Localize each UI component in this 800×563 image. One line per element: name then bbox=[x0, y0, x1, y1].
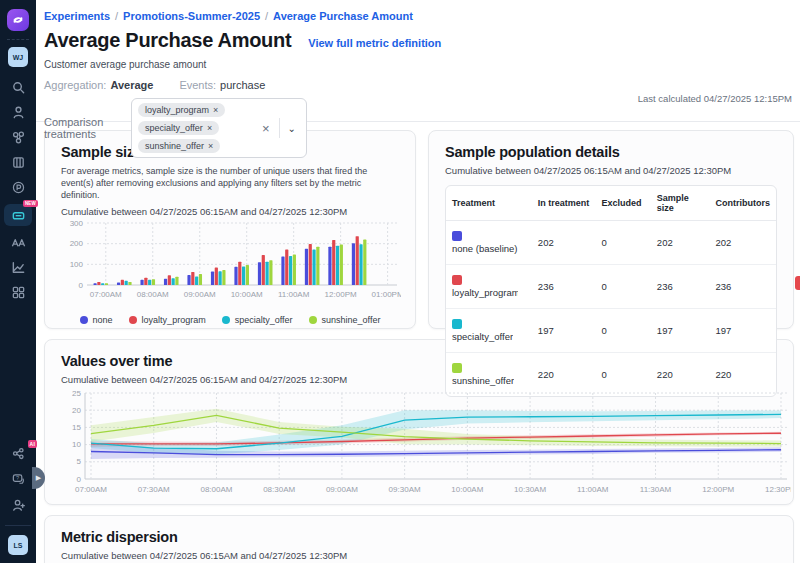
breadcrumb: Experiments / Promotions-Summer-2025 / A… bbox=[44, 10, 792, 22]
aggregation-label: Aggregation: bbox=[44, 79, 106, 91]
table-header-row: Treatment In treatment Excluded Sample s… bbox=[446, 186, 776, 221]
sample-size-bar-chart[interactable]: 010020030007:00AM08:00AM09:00AM10:00AM11… bbox=[61, 217, 401, 309]
new-badge: NEW bbox=[23, 200, 38, 207]
col-excluded: Excluded bbox=[596, 186, 651, 221]
experiments-icon[interactable]: NEW bbox=[4, 204, 32, 226]
svg-text:08:30AM: 08:30AM bbox=[263, 485, 295, 494]
breadcrumb-experiment-name[interactable]: Promotions-Summer-2025 bbox=[123, 10, 260, 22]
app-window: WJ bbox=[0, 0, 800, 563]
treatment-color-swatch bbox=[452, 363, 462, 373]
svg-text:09:30AM: 09:30AM bbox=[389, 485, 421, 494]
breadcrumb-metric-name[interactable]: Average Purchase Amount bbox=[273, 10, 413, 22]
treatment-chip[interactable]: specialty_offer× bbox=[138, 121, 219, 135]
clear-all-icon[interactable]: × bbox=[257, 121, 275, 136]
card-cumulative: Cumulative between 04/27/2025 06:15AM an… bbox=[61, 206, 399, 217]
svg-text:09:00AM: 09:00AM bbox=[184, 290, 216, 299]
ai-assist-icon[interactable]: AI bbox=[6, 445, 30, 462]
legend-color-dot bbox=[222, 316, 230, 324]
treatment-color-swatch bbox=[452, 319, 462, 329]
table-row[interactable]: loyalty_program2360236236 bbox=[446, 265, 776, 309]
table-row[interactable]: none (baseline)2020202202 bbox=[446, 221, 776, 265]
sidebar-divider bbox=[7, 39, 29, 40]
population-table: Treatment In treatment Excluded Sample s… bbox=[445, 185, 777, 397]
chevron-down-icon[interactable]: ⌄ bbox=[284, 123, 300, 134]
right-panel-tab[interactable] bbox=[795, 276, 800, 290]
legend-item[interactable]: none bbox=[80, 315, 113, 325]
bar-legend: noneloyalty_programspecialty_offersunshi… bbox=[61, 315, 399, 325]
search-icon[interactable] bbox=[6, 79, 30, 96]
breadcrumb-separator: / bbox=[265, 10, 268, 22]
treatment-name: loyalty_program bbox=[452, 287, 518, 298]
last-calculated: Last calculated 04/27/2025 12:15PM bbox=[638, 93, 792, 104]
statsig-logo-icon[interactable] bbox=[7, 9, 29, 31]
chip-remove-icon[interactable]: × bbox=[208, 141, 213, 151]
sample-size-value: 197 bbox=[651, 309, 710, 353]
svg-text:07:30AM: 07:30AM bbox=[138, 485, 170, 494]
breadcrumb-experiments[interactable]: Experiments bbox=[44, 10, 110, 22]
svg-text:?: ? bbox=[15, 475, 18, 481]
svg-text:15: 15 bbox=[72, 423, 81, 432]
sidebar-bottom: AI ? LS bbox=[0, 445, 36, 563]
events-label: Events: bbox=[179, 79, 216, 91]
apps-icon[interactable] bbox=[6, 284, 30, 301]
in-treatment-value: 202 bbox=[532, 221, 596, 265]
network-icon[interactable] bbox=[6, 129, 30, 146]
metric-description: Customer average purchase amount bbox=[44, 59, 792, 70]
svg-text:0: 0 bbox=[79, 281, 84, 290]
in-treatment-value: 197 bbox=[532, 309, 596, 353]
chip-remove-icon[interactable]: × bbox=[207, 123, 212, 133]
svg-text:100: 100 bbox=[70, 260, 84, 269]
treatment-chip[interactable]: sunshine_offer× bbox=[138, 139, 220, 153]
svg-text:25: 25 bbox=[72, 389, 81, 398]
svg-text:12:30PM: 12:30PM bbox=[765, 485, 791, 494]
sample-size-card: Sample size over time For average metric… bbox=[44, 130, 416, 329]
legend-item[interactable]: loyalty_program bbox=[129, 315, 206, 325]
population-table-body: none (baseline)2020202202loyalty_program… bbox=[446, 221, 776, 396]
svg-text:10:00AM: 10:00AM bbox=[451, 485, 483, 494]
treatment-chip[interactable]: loyalty_program× bbox=[138, 103, 225, 117]
chip-remove-icon[interactable]: × bbox=[213, 105, 218, 115]
main-content: Experiments / Promotions-Summer-2025 / A… bbox=[36, 0, 800, 563]
workspace-avatar[interactable]: WJ bbox=[8, 47, 28, 67]
svg-text:10:00AM: 10:00AM bbox=[231, 290, 263, 299]
user-avatar[interactable]: LS bbox=[8, 535, 28, 555]
treatment-chip-label: specialty_offer bbox=[145, 123, 203, 133]
svg-text:11:30AM: 11:30AM bbox=[640, 485, 672, 494]
users-icon[interactable] bbox=[6, 104, 30, 121]
events-value: purchase bbox=[220, 79, 265, 91]
sidebar: WJ bbox=[0, 0, 36, 563]
legend-label: sunshine_offer bbox=[322, 315, 381, 325]
columns-icon[interactable] bbox=[6, 154, 30, 171]
view-metric-definition-link[interactable]: View full metric definition bbox=[308, 37, 441, 49]
breadcrumb-separator: / bbox=[115, 10, 118, 22]
dispersion-card: Metric dispersion Cumulative between 04/… bbox=[44, 515, 794, 563]
legend-color-dot bbox=[80, 316, 88, 324]
legend-label: specialty_offer bbox=[235, 315, 293, 325]
svg-text:07:00AM: 07:00AM bbox=[75, 485, 107, 494]
legend-item[interactable]: specialty_offer bbox=[222, 315, 293, 325]
svg-text:5: 5 bbox=[77, 457, 82, 466]
svg-text:07:00AM: 07:00AM bbox=[90, 290, 122, 299]
svg-text:12:00PM: 12:00PM bbox=[702, 485, 734, 494]
table-row[interactable]: specialty_offer1970197197 bbox=[446, 309, 776, 353]
svg-text:01:00PM: 01:00PM bbox=[372, 290, 401, 299]
excluded-value: 0 bbox=[596, 221, 651, 265]
treatment-chip-label: sunshine_offer bbox=[145, 141, 204, 151]
invite-user-icon[interactable] bbox=[6, 497, 30, 514]
holdouts-icon[interactable] bbox=[6, 234, 30, 251]
page-title: Average Purchase Amount bbox=[44, 29, 291, 52]
svg-text:08:00AM: 08:00AM bbox=[200, 485, 232, 494]
card-cumulative: Cumulative between 04/27/2025 06:15AM an… bbox=[61, 550, 777, 561]
treatment-selector[interactable]: loyalty_program×specialty_offer×sunshine… bbox=[131, 98, 307, 158]
values-line-chart[interactable]: 051015202507:00AM07:30AM08:00AM08:30AM09… bbox=[61, 389, 791, 501]
sample-size-value: 236 bbox=[651, 265, 710, 309]
sidebar-bottom-divider bbox=[5, 525, 31, 526]
pulse-icon[interactable] bbox=[6, 179, 30, 196]
insights-icon[interactable] bbox=[6, 259, 30, 276]
svg-text:11:00AM: 11:00AM bbox=[577, 485, 609, 494]
aggregation-value: Average bbox=[110, 79, 153, 91]
support-chat-icon[interactable]: ? bbox=[6, 471, 30, 488]
legend-item[interactable]: sunshine_offer bbox=[309, 315, 381, 325]
treatment-chips: loyalty_program×specialty_offer×sunshine… bbox=[138, 103, 257, 153]
col-contributors: Contributors bbox=[710, 186, 777, 221]
